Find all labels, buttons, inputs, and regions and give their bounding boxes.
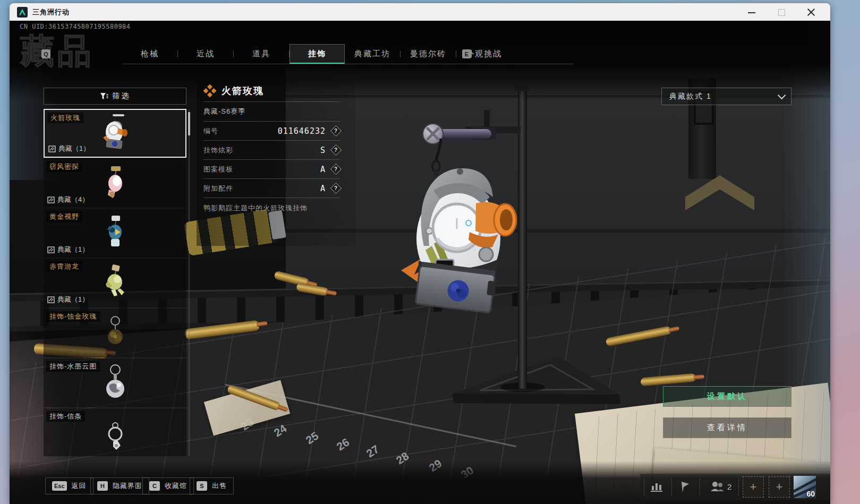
keycap: H [97,481,108,491]
row-label: 编号 [203,126,218,136]
item-badge-label: 典藏（4） [57,195,89,204]
item-collection-badge: 典藏（1） [47,295,89,304]
item-collection-badge: 典藏（4） [47,195,89,204]
item-thumbnail-duck [97,113,134,153]
hotkey-sell[interactable]: S 出售 [190,477,234,494]
row-value: A [320,165,326,174]
tab-cycle-right-keycap: E [462,49,471,58]
tab-label: 外观挑战 [466,49,502,59]
detail-title-row: 火箭玫瑰 [203,80,340,101]
list-item-rocket-rose[interactable]: 火箭玫瑰 典藏（1） [44,109,186,158]
help-icon[interactable]: ? [330,144,342,156]
list-item-etched-gold-rose[interactable]: 挂饰-蚀金玫瑰 [44,309,186,357]
app-title: 三角洲行动 [32,7,70,17]
list-item-ink-cloud[interactable]: 挂饰-水墨云图 [44,358,186,407]
item-badge-label: 典藏（1） [57,245,89,254]
filter-button[interactable]: 筛选 [44,88,186,105]
flag-icon[interactable] [679,481,691,493]
tab-label: 典藏工坊 [354,49,390,59]
detail-row-serial: 编号 011646232 ? [203,122,340,140]
tab-guns[interactable]: 枪械 [122,44,177,64]
collection-card-icon [47,197,55,203]
item-thumbnail-gold-rose [100,314,130,352]
stats-chart-icon[interactable] [650,481,663,492]
title-bar: 三角洲行动 [10,3,830,21]
tab-cycle-left-keycap: Q [41,49,50,58]
tab-charms[interactable]: 挂饰 [289,44,345,64]
status-separator [644,478,644,496]
row-value: 011646232 [278,126,326,136]
detail-description: 鸭影鹅踪主题中的火箭玫瑰挂饰 [203,203,340,213]
window-maximize-button[interactable] [777,8,786,16]
tab-collection-workshop[interactable]: 典藏工坊 [345,44,400,64]
rarity-diamond-icon [203,84,216,97]
tab-mandel-brick[interactable]: 曼德尔砖 [401,44,456,64]
item-name: 火箭玫瑰 [47,113,83,123]
tab-melee[interactable]: 近战 [178,44,233,64]
tab-label: 枪械 [141,49,159,59]
set-default-button[interactable]: 设置默认 [663,386,791,407]
equipped-skin-thumbnail[interactable]: 60 [794,476,816,498]
window-close-button[interactable] [807,8,815,16]
row-label: 附加配件 [203,184,233,193]
help-icon[interactable]: ? [330,183,342,194]
collection-style-dropdown[interactable]: 典藏款式 1 [661,88,791,105]
list-item-golden-vision[interactable]: 黄金视野 典藏（1） [44,209,186,258]
team-count: 2 [727,482,731,491]
app-logo-icon [17,7,28,18]
hotkey-label: 出售 [212,481,227,491]
filter-label: 筛选 [113,91,131,101]
item-thumbnail-keyring [100,421,130,455]
list-item-wind-spy[interactable]: 窃风密探 典藏（4） [44,159,186,208]
item-badge-label: 典藏（1） [58,144,90,153]
item-name: 挂饰-信条 [46,411,85,422]
hotkey-back[interactable]: Esc 返回 [45,477,93,494]
hotkey-label: 返回 [72,481,87,491]
item-thumbnail-sphere [100,364,130,402]
item-name: 窃风密探 [46,161,82,172]
item-name: 挂饰-水墨云图 [46,361,100,372]
row-value: S [320,146,326,155]
keycap: C [149,481,160,491]
item-thumbnail-teal [99,214,131,252]
item-name: 赤霄游龙 [46,261,82,272]
category-tab-bar: 枪械 近战 道具 挂饰 典藏工坊 曼德尔砖 外观挑战 [122,44,574,64]
game-viewport: 23 24 25 26 27 28 29 30 [10,21,830,504]
status-separator [671,478,672,496]
hotkey-hide-ui[interactable]: H 隐藏界面 [90,477,149,494]
team-icon[interactable] [710,481,725,492]
detail-panel: 火箭玫瑰 典藏-S6赛季 编号 011646232 ? 挂饰炫彩 S ? 图案模… [203,80,340,213]
thumbnail-badge: 60 [806,490,815,498]
dropdown-value: 典藏款式 1 [669,92,712,101]
detail-row-colorway: 挂饰炫彩 S ? [203,141,340,159]
sidebar-scrollbar-track[interactable] [189,109,190,456]
help-icon[interactable]: ? [330,164,342,175]
detail-title: 火箭玫瑰 [222,84,264,97]
detail-season: 典藏-S6赛季 [203,102,340,121]
tab-gear[interactable]: 道具 [234,44,289,64]
sidebar-scrollbar-thumb[interactable] [188,112,190,135]
collection-watermark: 藏品 [20,28,95,74]
tab-label: 曼德尔砖 [410,49,446,59]
window-minimize-button[interactable] [747,8,756,16]
hotkey-collection-hall[interactable]: C 收藏馆 [142,477,194,494]
status-separator [700,478,700,496]
view-details-button[interactable]: 查看详情 [663,417,791,438]
list-item-crimson-dragon[interactable]: 赤霄游龙 典藏（1） [44,259,186,307]
keycap: S [197,481,207,491]
keycap: Esc [52,481,67,491]
tab-label: 道具 [252,49,270,59]
status-separator [738,478,739,496]
add-slot-button[interactable]: + [743,476,764,498]
help-icon[interactable]: ? [330,125,342,136]
row-label: 挂饰炫彩 [203,146,233,155]
row-label: 图案模板 [203,165,233,174]
item-collection-badge: 典藏（1） [47,245,89,254]
tab-label: 挂饰 [308,49,326,59]
collection-card-icon [48,146,56,152]
hotkey-label: 隐藏界面 [113,481,142,491]
player-uid: CN UID:36153745807195580984 [20,23,131,30]
list-item-creed[interactable]: 挂饰-信条 [44,408,186,456]
add-slot-button[interactable]: + [769,476,790,498]
item-badge-label: 典藏（1） [57,295,89,304]
